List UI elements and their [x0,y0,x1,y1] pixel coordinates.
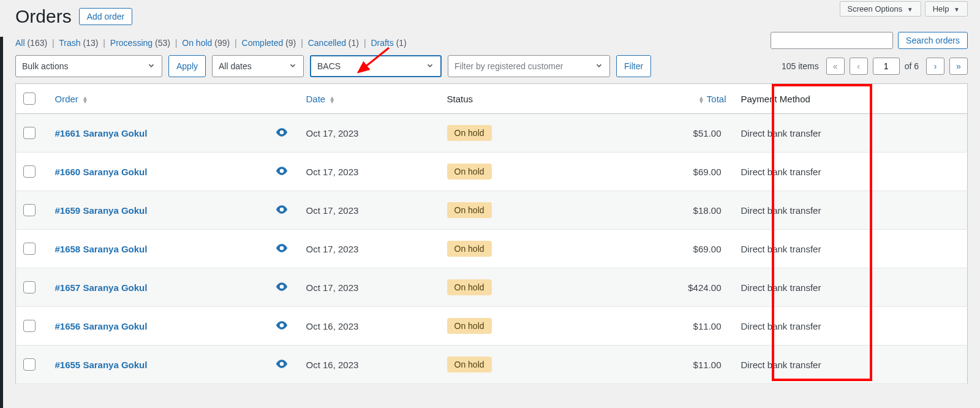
svg-point-3 [281,247,282,249]
table-row: #1658 Saranya Gokul Oct 17, 2023 On hold… [16,230,968,268]
customer-filter-label: Filter by registered customer [454,61,563,71]
table-row: #1660 Saranya Gokul Oct 17, 2023 On hold… [16,153,968,191]
order-payment-method: Direct bank transfer [734,153,869,191]
filter-cancelled[interactable]: Cancelled (1) [308,38,359,48]
filter-drafts[interactable]: Drafts (1) [371,38,406,48]
status-badge: On hold [447,357,492,372]
order-total: $11.00 [673,346,734,384]
svg-point-1 [281,170,282,172]
preview-icon[interactable] [276,244,288,254]
table-row: #1656 Saranya Gokul Oct 16, 2023 On hold… [16,307,968,346]
preview-icon[interactable] [276,321,288,331]
order-payment-method: Direct bank transfer [734,346,869,384]
order-total: $11.00 [673,307,734,346]
preview-icon[interactable] [276,360,288,370]
order-payment-method: Direct bank transfer [734,307,869,346]
order-link[interactable]: #1656 Saranya Gokul [55,321,148,331]
page-title: Orders [15,6,72,27]
svg-point-5 [281,324,282,326]
filter-trash[interactable]: Trash (13) [59,38,98,48]
status-badge: On hold [447,318,492,334]
column-date[interactable]: Date ▲▼ [299,84,440,114]
row-checkbox[interactable] [23,320,36,332]
date-filter-label: All dates [219,61,252,71]
order-date: Oct 17, 2023 [299,114,440,153]
filter-all[interactable]: All (163) [15,38,47,48]
filter-processing[interactable]: Processing (53) [110,38,170,48]
column-total[interactable]: ▲▼ Total [673,84,734,114]
preview-icon[interactable] [276,205,288,216]
bulk-actions-select[interactable]: Bulk actions [15,55,162,77]
row-checkbox[interactable] [23,243,36,255]
payment-filter-label: BACS [317,61,341,71]
order-link[interactable]: #1659 Saranya Gokul [55,205,148,216]
screen-options-button[interactable]: Screen Options ▼ [840,1,921,17]
payment-filter-select[interactable]: BACS [310,55,442,77]
order-link[interactable]: #1661 Saranya Gokul [55,128,148,138]
bulk-actions-label: Bulk actions [22,61,68,71]
order-payment-method: Direct bank transfer [734,114,869,153]
pager-next-button[interactable]: › [926,58,944,75]
order-date: Oct 16, 2023 [299,346,440,384]
row-checkbox[interactable] [23,204,36,216]
chevron-down-icon [288,61,297,72]
order-payment-method: Direct bank transfer [734,191,869,230]
order-date: Oct 17, 2023 [299,191,440,230]
apply-button[interactable]: Apply [168,55,206,77]
order-link[interactable]: #1655 Saranya Gokul [55,360,148,370]
order-total: $69.00 [673,153,734,191]
pager-last-button[interactable]: » [949,58,968,75]
order-link[interactable]: #1658 Saranya Gokul [55,244,148,254]
order-total: $18.00 [673,191,734,230]
filter-onhold[interactable]: On hold (99) [182,38,230,48]
pager-prev-button[interactable]: ‹ [850,58,868,75]
chevron-down-icon: ▼ [954,6,960,13]
table-row: #1657 Saranya Gokul Oct 17, 2023 On hold… [16,268,968,307]
order-link[interactable]: #1657 Saranya Gokul [55,282,148,293]
orders-table: Order ▲▼ Date ▲▼ Status ▲▼ Total Payment… [15,83,968,384]
search-input[interactable] [771,32,893,49]
preview-icon[interactable] [276,167,288,177]
column-status: Status [440,84,673,114]
pager-first-button[interactable]: « [826,58,845,75]
filter-button[interactable]: Filter [616,55,651,77]
help-button[interactable]: Help ▼ [925,1,968,17]
search-orders-button[interactable]: Search orders [898,32,968,49]
chevron-down-icon: ▼ [907,6,913,13]
pager-current-input[interactable] [873,58,900,75]
order-date: Oct 16, 2023 [299,307,440,346]
sort-icon: ▲▼ [82,96,88,104]
sort-icon: ▲▼ [698,96,704,104]
column-payment-method: Payment Method [734,84,869,114]
status-badge: On hold [447,241,492,257]
date-filter-select[interactable]: All dates [212,55,304,77]
status-badge: On hold [447,164,492,179]
svg-point-2 [281,208,282,210]
svg-point-4 [281,285,282,287]
order-date: Oct 17, 2023 [299,153,440,191]
row-checkbox[interactable] [23,165,36,178]
order-total: $51.00 [673,114,734,153]
pager-of-text: of 6 [905,61,919,71]
add-order-button[interactable]: Add order [79,8,132,25]
table-row: #1655 Saranya Gokul Oct 16, 2023 On hold… [16,346,968,384]
status-badge: On hold [447,279,492,295]
screen-options-label: Screen Options [848,4,903,13]
order-total: $424.00 [673,268,734,307]
preview-icon[interactable] [276,282,288,293]
customer-filter-select[interactable]: Filter by registered customer [448,55,610,77]
order-link[interactable]: #1660 Saranya Gokul [55,167,148,177]
row-checkbox[interactable] [23,281,36,293]
filter-completed[interactable]: Completed (9) [242,38,296,48]
row-checkbox[interactable] [23,358,36,371]
svg-point-6 [281,363,282,365]
preview-icon[interactable] [276,128,288,138]
row-checkbox[interactable] [23,127,36,139]
column-order[interactable]: Order ▲▼ [48,84,268,114]
sort-icon: ▲▼ [329,96,335,104]
chevron-down-icon [147,61,156,72]
order-date: Oct 17, 2023 [299,230,440,268]
order-payment-method: Direct bank transfer [734,268,869,307]
chevron-down-icon [595,61,603,72]
select-all-checkbox[interactable] [23,93,36,105]
